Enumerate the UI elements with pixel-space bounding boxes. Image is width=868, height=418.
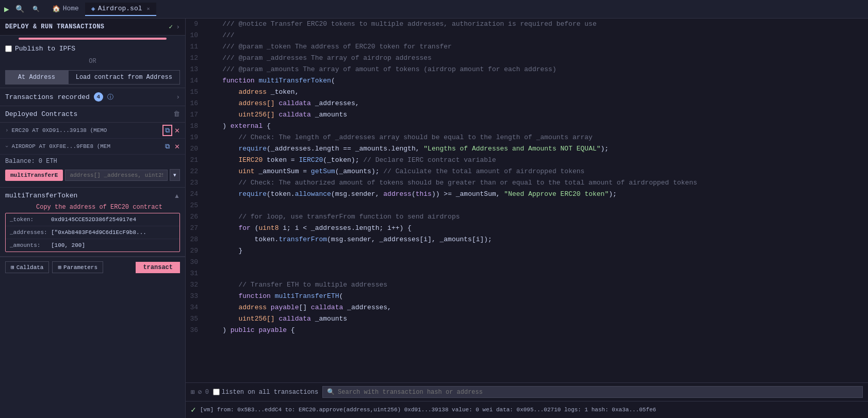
- listen-checkbox[interactable]: [213, 389, 220, 395]
- publish-ipfs-checkbox[interactable]: [5, 45, 12, 52]
- scroll-indicator: [19, 38, 167, 40]
- code-line: 17 uint256[] calldata _amounts: [186, 109, 868, 121]
- line-number: 32: [186, 279, 206, 291]
- fold-icon[interactable]: ⊞: [191, 388, 195, 396]
- code-line: 21 IERC20 token = IERC20(_token); // Dec…: [186, 155, 868, 166]
- line-code: address _token,: [206, 87, 299, 98]
- left-panel: DEPLOY & RUN TRANSACTIONS ✓ › Publish to…: [0, 19, 186, 418]
- parameters-button[interactable]: ⊞ Parameters: [52, 261, 103, 273]
- run-icon[interactable]: ▶: [4, 4, 9, 14]
- param-addresses-row: _addresses: ["0xAb8483F64d9C6d1EcF9b8...: [6, 226, 179, 239]
- panel-title: DEPLOY & RUN TRANSACTIONS: [5, 23, 166, 30]
- listen-label: listen on all transactions: [222, 389, 318, 396]
- line-number: 9: [186, 19, 206, 30]
- code-panel: 9 /// @notice Transfer ERC20 tokens to m…: [186, 19, 868, 418]
- line-code: for (uint8 i; i < _addresses.length; i++…: [206, 223, 412, 234]
- bottom-actions: ⊞ Calldata ⊞ Parameters transact: [0, 257, 185, 277]
- airdrop-contract-row[interactable]: › AIRDROP AT 0XF8E...9FBE8 (MEM ⧉ ✕: [0, 139, 185, 155]
- check-icon: ✓: [169, 23, 173, 31]
- line-number: 16: [186, 98, 206, 109]
- search-input[interactable]: [338, 389, 858, 396]
- erc20-chevron-icon: ›: [5, 127, 9, 133]
- erc20-contract-row[interactable]: › ERC20 AT 0XD91...39138 (MEMO ⧉ ✕: [0, 123, 185, 139]
- method-input[interactable]: [65, 170, 168, 181]
- line-code: require(_addresses.length == _amounts.le…: [206, 143, 609, 155]
- or-divider: OR: [0, 56, 185, 67]
- line-number: 24: [186, 189, 206, 200]
- airdrop-close-button[interactable]: ✕: [174, 143, 180, 151]
- line-number: 23: [186, 177, 206, 189]
- panel-arrow-icon[interactable]: ›: [176, 23, 180, 31]
- airdrop-copy-button[interactable]: ⧉: [163, 142, 171, 151]
- line-code: // for loop, use transferFrom function t…: [206, 211, 460, 223]
- erc20-copy-button[interactable]: ⧉: [163, 126, 171, 135]
- code-line: 36 ) public payable {: [186, 325, 868, 336]
- code-line: 23 // Check: The authorized amount of to…: [186, 177, 868, 189]
- zoom-in-icon[interactable]: 🔍: [13, 4, 26, 14]
- code-line: 9 /// @notice Transfer ERC20 tokens to m…: [186, 19, 868, 30]
- close-icon[interactable]: ✕: [147, 6, 150, 12]
- publish-ipfs-row: Publish to IPFS: [0, 42, 185, 56]
- search-box[interactable]: 🔍: [322, 386, 863, 398]
- line-number: 29: [186, 245, 206, 257]
- method-dropdown-button[interactable]: ▾: [170, 169, 180, 181]
- param-amounts-value: [100, 200]: [51, 242, 175, 248]
- stop-icon[interactable]: ⊘: [198, 388, 202, 396]
- code-line: 25: [186, 200, 868, 211]
- code-line: 30: [186, 257, 868, 268]
- param-box: _token: 0xd9145CCE52D386f254917e4 _addre…: [5, 213, 180, 252]
- code-line: 16 address[] calldata _addresses,: [186, 98, 868, 109]
- calldata-button[interactable]: ⊞ Calldata: [5, 261, 49, 273]
- code-line: 10 ///: [186, 30, 868, 41]
- trash-icon[interactable]: 🗑: [173, 110, 180, 118]
- info-icon[interactable]: ⓘ: [107, 93, 113, 102]
- param-token-label: _token:: [10, 216, 51, 223]
- search-icon: 🔍: [327, 388, 335, 396]
- line-number: 19: [186, 132, 206, 143]
- code-line: 24 require(token.allowance(msg.sender, a…: [186, 189, 868, 200]
- load-contract-button[interactable]: Load contract from Address: [68, 70, 180, 85]
- param-addresses-label: _addresses:: [10, 229, 51, 236]
- main-layout: DEPLOY & RUN TRANSACTIONS ✓ › Publish to…: [0, 19, 868, 418]
- code-line: 11 /// @param _token The address of ERC2…: [186, 41, 868, 53]
- status-count: 0: [205, 389, 209, 396]
- line-code: function multiTransferToken(: [206, 75, 335, 87]
- deployed-contracts-header: Deployed Contracts 🗑: [0, 106, 185, 123]
- code-line: 20 require(_addresses.length == _amounts…: [186, 143, 868, 155]
- zoom-out-icon[interactable]: 🔍: [30, 5, 42, 13]
- code-line: 26 // for loop, use transferFrom functio…: [186, 211, 868, 223]
- line-number: 13: [186, 64, 206, 75]
- tab-home[interactable]: 🏠 Home: [46, 3, 85, 16]
- transact-button[interactable]: transact: [136, 262, 180, 273]
- method-row: multiTransferE ▾: [5, 169, 180, 181]
- line-code: }: [206, 245, 242, 257]
- line-code: address[] calldata _addresses,: [206, 98, 359, 109]
- code-content[interactable]: 9 /// @notice Transfer ERC20 tokens to m…: [186, 19, 868, 382]
- method-button[interactable]: multiTransferE: [5, 170, 63, 181]
- line-number: 15: [186, 87, 206, 98]
- line-code: [206, 257, 210, 268]
- code-line: 27 for (uint8 i; i < _addresses.length; …: [186, 223, 868, 234]
- param-amounts-label: _amounts:: [10, 242, 51, 248]
- line-number: 25: [186, 200, 206, 211]
- code-line: 22 uint _amountSum = getSum(_amounts); /…: [186, 166, 868, 177]
- multiTransferToken-section: multiTransferToken ▲ Copy the address of…: [0, 188, 185, 257]
- erc20-contract-label: ERC20 AT 0XD91...39138 (MEMO: [12, 127, 160, 133]
- status-bar: ⊞ ⊘ 0 listen on all transactions 🔍: [186, 382, 868, 401]
- line-number: 28: [186, 234, 206, 245]
- tab-airdrop[interactable]: ◈ Airdrop.sol ✕: [85, 3, 156, 16]
- code-line: 35 uint256[] calldata _amounts: [186, 313, 868, 325]
- transactions-chevron-icon[interactable]: ›: [176, 93, 180, 101]
- erc20-close-button[interactable]: ✕: [174, 127, 180, 135]
- line-code: ///: [206, 30, 235, 41]
- at-address-button[interactable]: At Address: [5, 70, 68, 85]
- code-line: 32 // Transfer ETH to multiple addresses: [186, 279, 868, 291]
- collapse-button[interactable]: ▲: [174, 192, 180, 199]
- calldata-label: Calldata: [17, 264, 44, 271]
- line-code: /// @notice Transfer ERC20 tokens to mul…: [206, 19, 597, 30]
- line-code: /// @param _amounts The array of amount …: [206, 64, 556, 75]
- parameters-icon: ⊞: [58, 264, 61, 271]
- line-number: 35: [186, 313, 206, 325]
- line-number: 33: [186, 291, 206, 302]
- listen-checkbox-row: listen on all transactions: [213, 389, 318, 396]
